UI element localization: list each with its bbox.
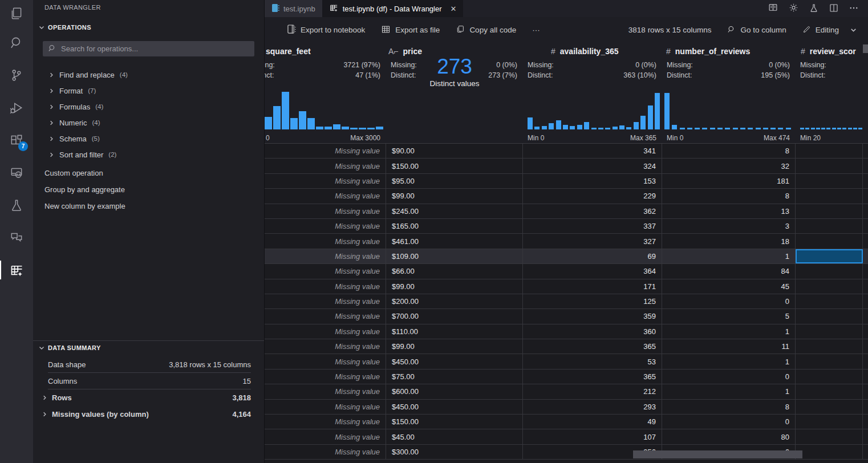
column-header-availability-365[interactable]: #availability_365 Missing:0 (0%) Distinc… <box>523 43 662 144</box>
table-row[interactable]: Missing value$245.0036213 <box>265 204 868 219</box>
horizontal-scrollbar-thumb[interactable] <box>633 450 802 458</box>
more-ellipsis-icon[interactable] <box>849 3 859 15</box>
table-row[interactable]: Missing value$600.002121 <box>265 384 868 399</box>
grid-cell[interactable]: 365 <box>523 369 662 384</box>
table-row[interactable]: Missing value$450.002938 <box>265 400 868 415</box>
grid-cell[interactable]: $150.00 <box>386 415 523 429</box>
grid-cell[interactable]: $66.00 <box>386 264 523 278</box>
grid-cell[interactable]: 69 <box>523 249 662 263</box>
table-row[interactable]: Missing value$461.0032718 <box>265 234 868 249</box>
grid-cell[interactable]: $300.00 <box>386 445 523 459</box>
grid-cell[interactable]: 364 <box>523 264 662 278</box>
grid-cell[interactable]: 181 <box>662 174 796 188</box>
grid-cell[interactable]: 365 <box>523 339 662 354</box>
grid-cell[interactable]: Missing value <box>265 174 386 188</box>
grid-cell[interactable]: Missing value <box>265 429 386 444</box>
table-row[interactable]: Missing value$99.002298 <box>265 189 868 204</box>
table-row[interactable]: Missing value$165.003373 <box>265 219 868 234</box>
grid-cell[interactable]: $45.00 <box>386 429 523 444</box>
grid-cell[interactable] <box>796 219 863 233</box>
data-summary-section-header[interactable]: DATA SUMMARY <box>38 344 101 352</box>
grid-cell[interactable]: 8 <box>662 189 796 203</box>
grid-cell[interactable]: 1 <box>662 354 796 368</box>
column-header-square-feet[interactable]: square_feet Missing:3721 (97%) Distinct:… <box>265 43 386 144</box>
grid-cell[interactable]: 362 <box>523 204 662 218</box>
grid-cell[interactable]: 327 <box>523 234 662 248</box>
grid-cell[interactable] <box>796 339 863 354</box>
grid-cell[interactable]: Missing value <box>265 144 386 158</box>
grid-cell[interactable]: 212 <box>523 384 662 399</box>
grid-cell[interactable]: $245.00 <box>386 204 523 218</box>
beaker-icon[interactable] <box>809 3 819 15</box>
table-row[interactable]: Missing value$109.00691 <box>265 249 868 264</box>
operations-search-input[interactable]: Search for operations... <box>43 41 254 56</box>
beaker-icon[interactable] <box>0 189 33 221</box>
grid-cell[interactable]: 53 <box>523 354 662 368</box>
grid-cell[interactable] <box>796 309 863 323</box>
grid-cell[interactable] <box>796 159 863 173</box>
selected-cell[interactable] <box>796 249 863 263</box>
grid-cell[interactable] <box>796 400 863 414</box>
summary-row-rows[interactable]: Rows 3,818 <box>41 389 251 406</box>
grid-cell[interactable]: 171 <box>523 279 662 294</box>
op-group-numeric[interactable]: Numeric (4) <box>33 115 265 131</box>
grid-cell[interactable]: 293 <box>523 400 662 414</box>
editing-mode-dropdown[interactable]: Editing <box>802 25 858 35</box>
grid-cell[interactable]: $99.00 <box>386 339 523 354</box>
table-row[interactable]: Missing value$99.0036511 <box>265 339 868 354</box>
table-row[interactable]: Missing value$150.00490 <box>265 415 868 429</box>
grid-cell[interactable]: $200.00 <box>386 294 523 308</box>
grid-cell[interactable] <box>796 279 863 294</box>
column-header-review-scores[interactable]: #review_scor Missing: Distinct: Min 20 <box>796 43 863 144</box>
grid-cell[interactable]: $700.00 <box>386 309 523 323</box>
run-debug-icon[interactable] <box>0 91 33 124</box>
grid-cell[interactable]: 45 <box>662 279 796 294</box>
grid-cell[interactable]: Missing value <box>265 219 386 233</box>
grid-cell[interactable]: 341 <box>523 144 662 158</box>
grid-cell[interactable]: 229 <box>523 189 662 203</box>
grid-cell[interactable]: 8 <box>662 144 796 158</box>
comments-icon[interactable] <box>0 221 33 254</box>
grid-cell[interactable]: Missing value <box>265 234 386 248</box>
close-icon[interactable]: ✕ <box>451 5 457 13</box>
search-icon[interactable] <box>0 26 33 59</box>
grid-cell[interactable] <box>796 429 863 444</box>
grid-cell[interactable]: 8 <box>662 400 796 414</box>
table-row[interactable]: Missing value$90.003418 <box>265 144 868 159</box>
grid-cell[interactable]: Missing value <box>265 309 386 323</box>
grid-cell[interactable] <box>796 144 863 158</box>
grid-cell[interactable]: Missing value <box>265 445 386 459</box>
copy-pages-icon[interactable] <box>0 1 33 26</box>
grid-cell[interactable]: 0 <box>662 369 796 384</box>
op-group-find-and-replace[interactable]: Find and replace (4) <box>33 67 265 83</box>
column-header-price[interactable]: A⌐price Missing:0 (0%) Distinct:273 (7%)… <box>386 43 523 144</box>
grid-cell[interactable] <box>796 354 863 368</box>
grid-cell[interactable]: $110.00 <box>386 324 523 339</box>
operations-section-header[interactable]: OPERATIONS <box>38 23 91 31</box>
grid-cell[interactable]: Missing value <box>265 339 386 354</box>
grid-cell[interactable]: 80 <box>662 429 796 444</box>
table-row[interactable]: Missing value$200.001250 <box>265 294 868 309</box>
grid-cell[interactable]: Missing value <box>265 384 386 399</box>
grid-cell[interactable]: Missing value <box>265 369 386 384</box>
op-group-formulas[interactable]: Formulas (4) <box>33 99 265 115</box>
grid-cell[interactable] <box>796 445 863 459</box>
grid-cell[interactable]: $165.00 <box>386 219 523 233</box>
grid-cell[interactable]: 11 <box>662 339 796 354</box>
grid-cell[interactable]: $95.00 <box>386 174 523 188</box>
table-row[interactable]: Missing value$66.0036484 <box>265 264 868 279</box>
go-to-column-button[interactable]: Go to column <box>727 25 786 35</box>
grid-cell[interactable]: Missing value <box>265 159 386 173</box>
op-group-sort-and-filter[interactable]: Sort and filter (2) <box>33 147 265 163</box>
grid-cell[interactable]: Missing value <box>265 204 386 218</box>
grid-cell[interactable]: Missing value <box>265 249 386 263</box>
grid-cell[interactable]: Missing value <box>265 354 386 368</box>
grid-cell[interactable] <box>796 369 863 384</box>
grid-cell[interactable]: 84 <box>662 264 796 278</box>
grid-cell[interactable]: 1 <box>662 324 796 339</box>
table-row[interactable]: Missing value$75.003650 <box>265 369 868 384</box>
grid-cell[interactable] <box>796 264 863 278</box>
grid-cell[interactable]: $109.00 <box>386 249 523 263</box>
grid-cell[interactable] <box>796 384 863 399</box>
grid-cell[interactable]: 1 <box>662 384 796 399</box>
